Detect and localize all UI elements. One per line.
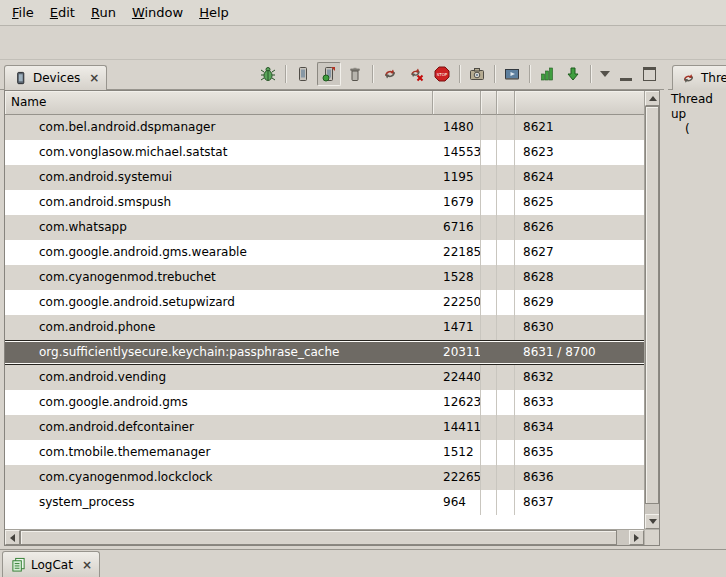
empty-cell bbox=[497, 365, 515, 390]
table-row[interactable]: com.android.vending224408632 bbox=[5, 365, 644, 390]
process-port: 8634 bbox=[515, 415, 644, 440]
empty-cell bbox=[497, 265, 515, 290]
process-name: com.google.android.gms.wearable bbox=[5, 240, 433, 265]
menu-file[interactable]: File bbox=[4, 2, 42, 23]
process-port: 8621 bbox=[515, 115, 644, 140]
horizontal-scrollbar-thumb[interactable] bbox=[20, 530, 617, 545]
column-header-port[interactable] bbox=[515, 91, 644, 115]
table-row[interactable]: com.cyanogenmod.trebuchet15288628 bbox=[5, 265, 644, 290]
scroll-left-button[interactable] bbox=[5, 530, 20, 545]
process-name: com.android.defcontainer bbox=[5, 415, 433, 440]
close-icon[interactable]: × bbox=[82, 558, 92, 572]
tab-label: Threa bbox=[701, 71, 726, 85]
process-pid: 1679 bbox=[433, 190, 481, 215]
table-zone: Name com.bel.android.dspmanager14808621c… bbox=[5, 91, 644, 529]
close-icon[interactable]: × bbox=[89, 71, 99, 85]
scroll-right-button[interactable] bbox=[629, 530, 644, 545]
threads-icon bbox=[680, 70, 696, 86]
empty-cell bbox=[497, 240, 515, 265]
table-row[interactable]: org.sufficientlysecure.keychain:passphra… bbox=[5, 340, 644, 365]
stop-process-icon[interactable]: STOP bbox=[430, 62, 454, 86]
scrollbar-corner bbox=[644, 529, 659, 545]
empty-cell bbox=[497, 315, 515, 340]
debug-icon[interactable] bbox=[256, 62, 280, 86]
process-name: com.android.phone bbox=[5, 315, 433, 340]
toolbar-separator bbox=[285, 65, 286, 83]
table-row[interactable]: com.vonglasow.michael.satstat145538623 bbox=[5, 140, 644, 165]
menu-edit[interactable]: Edit bbox=[42, 2, 83, 23]
start-method-profiling-icon[interactable] bbox=[535, 62, 559, 86]
main-toolbar bbox=[0, 26, 726, 60]
tab-devices[interactable]: Devices × bbox=[4, 65, 107, 90]
process-pid: 22185 bbox=[433, 240, 481, 265]
menubar: File Edit Run Window Help bbox=[0, 0, 726, 26]
table-row[interactable]: com.google.android.gms.wearable221858627 bbox=[5, 240, 644, 265]
table-row[interactable]: system_process9648637 bbox=[5, 490, 644, 515]
vertical-scrollbar-thumb[interactable] bbox=[645, 106, 659, 504]
table-row[interactable]: com.android.smspush16798625 bbox=[5, 190, 644, 215]
empty-cell bbox=[497, 465, 515, 490]
table-row[interactable]: com.bel.android.dspmanager14808621 bbox=[5, 115, 644, 140]
empty-cell bbox=[481, 240, 497, 265]
toolbar-separator bbox=[459, 65, 460, 83]
process-port: 8632 bbox=[515, 365, 644, 390]
vertical-scrollbar[interactable] bbox=[644, 91, 659, 529]
column-header-name[interactable]: Name bbox=[5, 91, 433, 115]
empty-cell bbox=[481, 390, 497, 415]
empty-cell bbox=[481, 115, 497, 140]
table-row[interactable]: com.android.defcontainer144118634 bbox=[5, 415, 644, 440]
threads-message: Thread up ( bbox=[668, 90, 726, 549]
minimize-icon[interactable] bbox=[620, 78, 632, 81]
process-pid: 1195 bbox=[433, 165, 481, 190]
update-threads-icon[interactable] bbox=[378, 62, 402, 86]
table-row[interactable]: com.cyanogenmod.lockclock222658636 bbox=[5, 465, 644, 490]
empty-cell bbox=[497, 390, 515, 415]
table-row[interactable]: com.tmobile.thememanager15128635 bbox=[5, 440, 644, 465]
empty-cell bbox=[481, 215, 497, 240]
empty-cell bbox=[481, 165, 497, 190]
menu-help[interactable]: Help bbox=[191, 2, 237, 23]
scroll-down-button[interactable] bbox=[645, 514, 660, 529]
empty-cell bbox=[481, 140, 497, 165]
cause-gc-icon[interactable] bbox=[343, 62, 367, 86]
process-name: com.google.android.setupwizard bbox=[5, 290, 433, 315]
tab-logcat[interactable]: LogCat × bbox=[2, 551, 100, 577]
process-port: 8635 bbox=[515, 440, 644, 465]
column-header-empty[interactable] bbox=[481, 91, 497, 115]
logcat-icon bbox=[10, 557, 26, 573]
empty-cell bbox=[481, 190, 497, 215]
stop-threads-icon[interactable] bbox=[404, 62, 428, 86]
process-port: 8626 bbox=[515, 215, 644, 240]
table-row[interactable]: com.whatsapp67168626 bbox=[5, 215, 644, 240]
table-row[interactable]: com.android.systemui11958624 bbox=[5, 165, 644, 190]
process-name: com.android.smspush bbox=[5, 190, 433, 215]
table-row[interactable]: com.android.phone14718630 bbox=[5, 315, 644, 340]
stop-method-profiling-icon[interactable] bbox=[561, 62, 585, 86]
column-header-empty[interactable] bbox=[497, 91, 515, 115]
table-row[interactable]: com.google.android.setupwizard222508629 bbox=[5, 290, 644, 315]
process-port: 8636 bbox=[515, 465, 644, 490]
dump-hprof-icon[interactable] bbox=[317, 62, 341, 86]
process-name: com.whatsapp bbox=[5, 215, 433, 240]
process-port: 8630 bbox=[515, 315, 644, 340]
screen-record-icon[interactable] bbox=[500, 62, 524, 86]
menu-window[interactable]: Window bbox=[124, 2, 191, 23]
view-menu-icon[interactable] bbox=[600, 71, 610, 77]
process-name: com.cyanogenmod.lockclock bbox=[5, 465, 433, 490]
empty-cell bbox=[497, 190, 515, 215]
process-pid: 1512 bbox=[433, 440, 481, 465]
table-row[interactable]: com.google.android.gms126238633 bbox=[5, 390, 644, 415]
update-heap-icon[interactable] bbox=[291, 62, 315, 86]
process-pid: 22250 bbox=[433, 290, 481, 315]
threads-message-line2: ( bbox=[685, 122, 726, 137]
toolbar-separator bbox=[372, 65, 373, 83]
tab-threads[interactable]: Threa bbox=[672, 65, 726, 90]
screen-capture-icon[interactable] bbox=[465, 62, 489, 86]
horizontal-scrollbar[interactable] bbox=[5, 529, 644, 545]
maximize-icon[interactable] bbox=[643, 67, 656, 81]
menu-run[interactable]: Run bbox=[83, 2, 124, 23]
main-area: Devices × bbox=[0, 60, 726, 549]
column-header-pid[interactable] bbox=[433, 91, 481, 115]
tab-label: Devices bbox=[33, 71, 80, 85]
scroll-up-button[interactable] bbox=[645, 91, 660, 106]
